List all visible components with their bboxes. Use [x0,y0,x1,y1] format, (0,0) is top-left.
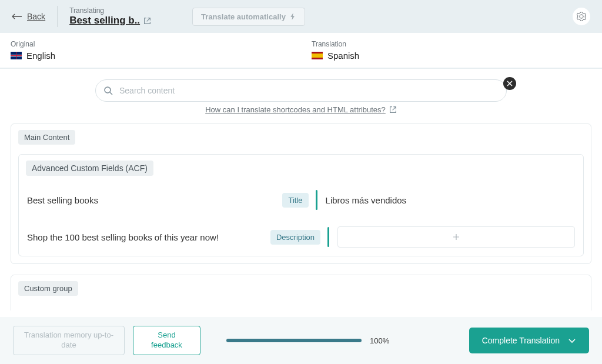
original-label: Original [11,40,290,48]
external-link-icon [389,106,397,113]
translation-memory-button: Translation memory up-to-date [13,326,125,355]
translation-row: Shop the 100 best selling books of this … [19,218,583,256]
top-bar: Back Translating Best selling b.. Transl… [0,0,602,33]
progress-percent: 100% [370,336,389,345]
original-language-column: Original English [0,33,301,68]
gear-icon [577,12,586,21]
search-box [95,79,507,102]
search-input[interactable] [95,79,507,102]
source-text: Discover the top best-selling books that… [19,310,243,310]
progress-fill [226,339,362,342]
footer-bar: Translation memory up-to-date Send feedb… [0,317,602,364]
field-tag-title: Title [282,193,308,208]
plus-icon [453,233,460,241]
flag-es-icon [312,52,323,59]
search-area: How can I translate shortcodes and HTML … [0,69,602,119]
translation-label: Translation [312,40,591,48]
close-icon [507,81,513,86]
close-search-button[interactable] [503,77,516,90]
translation-row: Discover the top best-selling books that… [11,302,591,310]
target-text[interactable]: Libros más vendidos [326,195,575,205]
search-icon [103,86,113,95]
translation-language-column: Translation Spanish [301,33,602,68]
section-custom-group: Custom group Discover the top best-selli… [11,275,591,310]
send-feedback-button[interactable]: Send feedback [133,326,200,355]
arrow-left-icon [12,14,22,19]
source-text: Shop the 100 best selling books of this … [27,232,270,242]
source-text: Best selling books [27,195,282,205]
back-label: Back [27,12,45,21]
language-bar: Original English Translation Spanish [0,33,602,69]
flag-gb-icon [11,52,22,59]
original-language: English [11,51,290,61]
status-bar-icon [316,190,317,210]
section-title: Custom group [18,281,78,296]
complete-translation-button[interactable]: Complete Translation [469,328,589,353]
field-group-acf: Advanced Custom Fields (ACF) Best sellin… [18,154,584,256]
translation-row: Best selling books Title Libros más vend… [19,182,583,218]
add-translation-button[interactable] [337,226,575,248]
svg-point-0 [105,87,111,93]
settings-button[interactable] [573,8,590,25]
divider [57,6,58,27]
content-area: Main Content Advanced Custom Fields (ACF… [0,119,602,310]
title-block: Translating Best selling b.. [69,6,151,26]
translation-language: Spanish [312,51,591,61]
chevron-down-icon [568,336,576,345]
status-bar-icon [327,227,329,247]
section-header: Custom group [11,275,591,302]
external-link-icon [143,17,151,25]
help-link[interactable]: How can I translate shortcodes and HTML … [205,105,397,114]
progress-wrap: 100% [209,336,461,345]
section-title: Main Content [18,130,75,145]
group-title: Advanced Custom Fields (ACF) [26,161,153,176]
progress-bar [226,339,362,342]
field-tag-description: Description [270,230,320,245]
group-header: Advanced Custom Fields (ACF) [19,155,583,182]
section-main-content: Main Content Advanced Custom Fields (ACF… [11,123,591,264]
page-title[interactable]: Best selling b.. [69,15,151,26]
back-button[interactable]: Back [12,12,45,21]
bolt-icon [289,13,296,20]
translate-auto-button[interactable]: Translate automatically [192,8,305,26]
section-header: Main Content [11,124,591,151]
over-label: Translating [69,6,151,15]
